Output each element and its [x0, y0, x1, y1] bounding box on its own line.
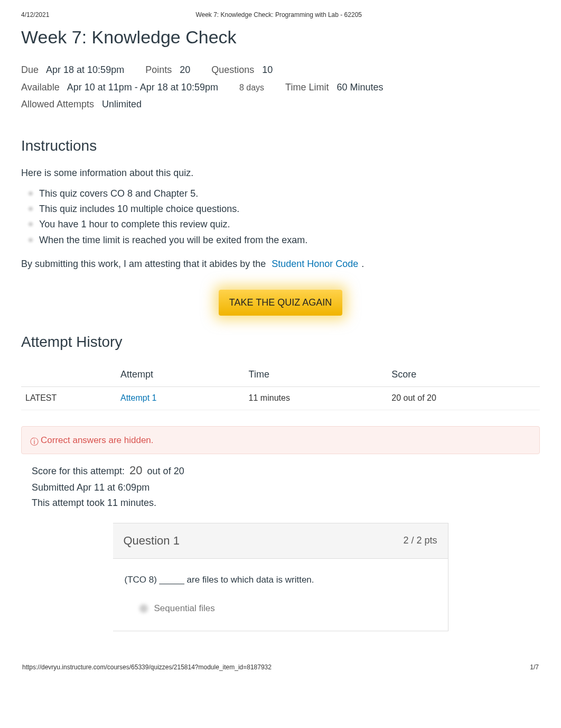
- col-attempt: Attempt: [116, 363, 245, 387]
- table-row: LATEST Attempt 1 11 minutes 20 out of 20: [21, 387, 540, 410]
- attempts-value: Unlimited: [102, 99, 142, 109]
- honor-code-link[interactable]: Student Honor Code: [268, 257, 361, 270]
- attempt-history-heading: Attempt History: [21, 331, 540, 352]
- print-footer: https://devryu.instructure.com/courses/6…: [21, 663, 540, 672]
- questions-value: 10: [262, 64, 273, 75]
- radio-icon: [139, 604, 148, 613]
- question-points: 2 / 2 pts: [403, 534, 437, 547]
- print-header: 4/12/2021 Week 7: Knowledge Check: Progr…: [21, 11, 540, 20]
- attest-prefix: By submitting this work, I am attesting …: [21, 259, 266, 269]
- instructions-intro: Here is some information about this quiz…: [21, 167, 540, 180]
- footer-page: 1/7: [530, 663, 539, 672]
- score-prefix: Score for this attempt:: [32, 466, 125, 476]
- row-status: LATEST: [21, 387, 116, 410]
- answer-text: Sequential files: [154, 602, 215, 615]
- question-text: (TCO 8) _____ are files to which data is…: [125, 574, 436, 586]
- col-time: Time: [245, 363, 388, 387]
- points-value: 20: [180, 64, 190, 75]
- due-value: Apr 18 at 10:59pm: [46, 64, 124, 75]
- answer-row: Sequential files: [125, 602, 436, 615]
- row-score: 20 out of 20: [387, 387, 540, 410]
- info-icon: ⓘ: [30, 436, 34, 445]
- questions-label: Questions: [211, 64, 254, 75]
- question-card: Question 1 2 / 2 pts (TCO 8) _____ are f…: [113, 523, 448, 631]
- bullet-item: This quiz covers CO 8 and Chapter 5.: [26, 187, 540, 200]
- attest-suffix: .: [361, 259, 364, 269]
- quiz-meta: Due Apr 18 at 10:59pm Points 20 Question…: [21, 55, 540, 119]
- score-suffix: out of 20: [147, 466, 184, 476]
- row-time: 11 minutes: [245, 387, 388, 410]
- hidden-banner-text: Correct answers are hidden.: [41, 434, 154, 447]
- bullet-item: When the time limit is reached you will …: [26, 234, 540, 247]
- bullet-item: This quiz includes 10 multiple choice qu…: [26, 202, 540, 216]
- take-quiz-again-button[interactable]: TAKE THE QUIZ AGAIN: [219, 290, 342, 316]
- attempt-link[interactable]: Attempt 1: [120, 393, 156, 402]
- attempts-label: Allowed Attempts: [21, 99, 94, 109]
- time-limit-value: 60 Minutes: [336, 82, 383, 93]
- print-title: Week 7: Knowledge Check: Programming wit…: [49, 11, 508, 20]
- available-days: 8 days: [239, 83, 264, 92]
- available-label: Available: [21, 82, 60, 93]
- bullet-item: You have 1 hour to complete this review …: [26, 218, 540, 231]
- print-date: 4/12/2021: [21, 11, 49, 20]
- page-title: Week 7: Knowledge Check: [21, 25, 540, 50]
- time-limit-label: Time Limit: [285, 82, 329, 93]
- points-label: Points: [145, 64, 172, 75]
- attempt-history-table: Attempt Time Score LATEST Attempt 1 11 m…: [21, 363, 540, 410]
- duration-line: This attempt took 11 minutes.: [32, 496, 540, 510]
- question-title: Question 1: [124, 533, 180, 549]
- score-number: 20: [129, 464, 142, 477]
- hidden-answers-banner: ⓘ Correct answers are hidden.: [21, 426, 540, 455]
- col-score: Score: [387, 363, 540, 387]
- instructions-heading: Instructions: [21, 135, 540, 156]
- footer-url: https://devryu.instructure.com/courses/6…: [22, 663, 272, 672]
- attest-line: By submitting this work, I am attesting …: [21, 257, 540, 271]
- score-line: Score for this attempt: 20 out of 20: [32, 463, 540, 479]
- instructions-bullets: This quiz covers CO 8 and Chapter 5. Thi…: [21, 187, 540, 247]
- due-label: Due: [21, 64, 39, 75]
- col-blank: [21, 363, 116, 387]
- submitted-line: Submitted Apr 11 at 6:09pm: [32, 481, 540, 494]
- available-value: Apr 10 at 11pm - Apr 18 at 10:59pm: [67, 82, 218, 93]
